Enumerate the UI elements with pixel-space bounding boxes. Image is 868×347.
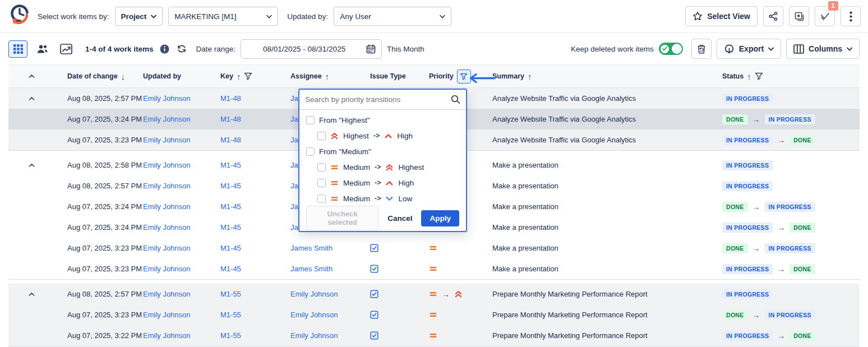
chart-view-button[interactable] [57, 40, 76, 58]
checkbox[interactable] [317, 179, 326, 187]
updated-by-link[interactable]: Emily Johnson [143, 311, 191, 319]
table-view-button[interactable] [8, 40, 27, 58]
checkbox[interactable] [317, 163, 326, 172]
updated-by-link[interactable]: Emily Johnson [143, 115, 191, 123]
select-view-label: Select View [707, 12, 750, 21]
filter-funnel-icon[interactable] [244, 72, 252, 80]
updated-by-link[interactable]: Emily Johnson [143, 182, 191, 190]
summary-cell: Prepare Monthly Marketing Performance Re… [492, 311, 722, 319]
table-row[interactable]: Aug 07, 2025, 3:22 PMEmily JohnsonM1-55E… [8, 325, 860, 346]
saved-views-button[interactable] [789, 6, 809, 26]
date-range-input[interactable] [247, 45, 362, 53]
columns-icon [793, 44, 804, 54]
issue-key-link[interactable]: M1-45 [220, 223, 241, 232]
keep-deleted-toggle[interactable] [659, 43, 683, 55]
checked-updates-button[interactable]: 1 [815, 6, 835, 26]
date-range-field[interactable] [241, 39, 382, 59]
issue-key-link[interactable]: M1-48 [220, 115, 241, 123]
filter-option[interactable]: From "Highest" [299, 112, 466, 128]
issue-key-link[interactable]: M1-45 [220, 265, 241, 273]
people-view-button[interactable] [33, 40, 52, 58]
filter-funnel-icon[interactable] [755, 72, 763, 80]
status-badge: IN PROGRESS [722, 331, 773, 341]
calendar-icon[interactable] [366, 44, 376, 54]
table-row[interactable]: Aug 07, 2025, 3:23 PMEmily JohnsonM1-45J… [8, 238, 860, 258]
project-dropdown[interactable]: MARKETING [M1] [168, 7, 278, 26]
priority-search-input[interactable] [305, 95, 446, 104]
issue-key-link[interactable]: M1-55 [220, 290, 241, 298]
share-button[interactable] [763, 6, 783, 26]
issue-key-link[interactable]: M1-45 [220, 161, 241, 169]
checkbox[interactable] [306, 147, 315, 156]
issue-key-link[interactable]: M1-45 [220, 182, 241, 190]
checkbox[interactable] [317, 132, 326, 140]
sort-asc-icon[interactable]: ↑ [237, 72, 241, 81]
columns-button[interactable]: Columns [786, 39, 860, 59]
priority-from-label: Medium [343, 179, 370, 187]
updated-by-link[interactable]: Emily Johnson [143, 202, 191, 211]
group-collapse-toggle[interactable] [8, 163, 67, 168]
assignee-link[interactable]: Emily Johnson [290, 311, 338, 319]
uncheck-selected-button[interactable]: Uncheck selected [306, 206, 378, 230]
refresh-icon[interactable] [177, 44, 187, 54]
column-header-summary[interactable]: Summary ↑ [492, 72, 722, 81]
group-collapse-toggle[interactable] [8, 292, 67, 297]
transition-arrow: -> [375, 163, 381, 171]
mode-dropdown[interactable]: Project [115, 7, 163, 26]
more-menu-button[interactable] [841, 6, 861, 26]
sort-asc-icon[interactable]: ↑ [528, 72, 532, 81]
updated-by-link[interactable]: Emily Johnson [143, 161, 191, 169]
updated-by-link[interactable]: Emily Johnson [143, 244, 191, 252]
filter-option[interactable]: From "Medium" [299, 144, 466, 159]
issue-key-link[interactable]: M1-55 [220, 331, 241, 340]
select-view-button[interactable]: Select View [685, 6, 758, 26]
column-header-key[interactable]: Key ↑ [220, 72, 290, 81]
table-row[interactable]: Aug 08, 2025, 2:57 PMEmily JohnsonM1-55E… [8, 284, 860, 304]
issue-key-link[interactable]: M1-45 [220, 202, 241, 211]
updated-by-link[interactable]: Emily Johnson [143, 331, 191, 340]
cancel-button[interactable]: Cancel [387, 214, 412, 223]
filter-option[interactable]: Medium->Low [299, 191, 466, 206]
issue-key-link[interactable]: M1-48 [220, 94, 241, 103]
issue-key-link[interactable]: M1-48 [220, 136, 241, 144]
priority-filter-button[interactable] [457, 70, 471, 84]
sort-asc-icon[interactable]: ↑ [747, 72, 751, 81]
assignee-link[interactable]: James Smith [290, 244, 333, 252]
apply-button[interactable]: Apply [421, 210, 459, 226]
user-dropdown[interactable]: Any User [334, 7, 451, 26]
key-cell: M1-55 [220, 331, 290, 340]
deleted-items-trash-button[interactable] [691, 39, 712, 59]
column-header-priority[interactable]: Priority [429, 70, 492, 84]
issue-key-link[interactable]: M1-55 [220, 311, 241, 319]
info-icon[interactable] [160, 44, 169, 54]
group-collapse-toggle[interactable] [8, 96, 67, 101]
assignee-link[interactable]: James Smith [290, 265, 333, 273]
updated-by-link[interactable]: Emily Johnson [143, 223, 191, 232]
filter-option[interactable]: Medium->Highest [299, 159, 466, 175]
export-button[interactable]: Export [717, 39, 781, 59]
column-header-issue-type[interactable]: Issue Type [370, 72, 429, 80]
summary-cell: Prepare Monthly Marketing Performance Re… [492, 290, 722, 298]
column-header-assignee[interactable]: Assignee ↑ [290, 72, 370, 81]
filter-option[interactable]: Highest->High [299, 128, 466, 144]
sort-asc-icon[interactable]: ↑ [325, 72, 330, 81]
updated-by-link[interactable]: Emily Johnson [143, 136, 191, 144]
column-header-updated-by[interactable]: Updated by [143, 72, 220, 80]
issue-key-link[interactable]: M1-45 [220, 244, 241, 252]
column-label: Status [722, 72, 744, 80]
checkbox[interactable] [317, 195, 326, 203]
updated-by-link[interactable]: Emily Johnson [143, 94, 191, 103]
column-header-status[interactable]: Status ↑ [722, 72, 860, 81]
updated-by-link[interactable]: Emily Johnson [143, 265, 191, 273]
assignee-link[interactable]: Emily Johnson [290, 290, 338, 298]
table-row[interactable]: Aug 07, 2025, 3:23 PMEmily JohnsonM1-55E… [8, 304, 860, 325]
search-icon [451, 95, 460, 104]
filter-option[interactable]: Medium->High [299, 175, 466, 191]
column-header-date[interactable]: Date of change ↓ [67, 72, 143, 81]
table-row[interactable]: Aug 07, 2025, 3:23 PMEmily JohnsonM1-45J… [8, 258, 860, 279]
checkbox[interactable] [306, 116, 315, 124]
updated-by-link[interactable]: Emily Johnson [143, 290, 191, 298]
sort-desc-icon[interactable]: ↓ [121, 72, 126, 81]
collapse-all-toggle[interactable] [8, 74, 67, 78]
assignee-link[interactable]: Emily Johnson [290, 331, 338, 340]
